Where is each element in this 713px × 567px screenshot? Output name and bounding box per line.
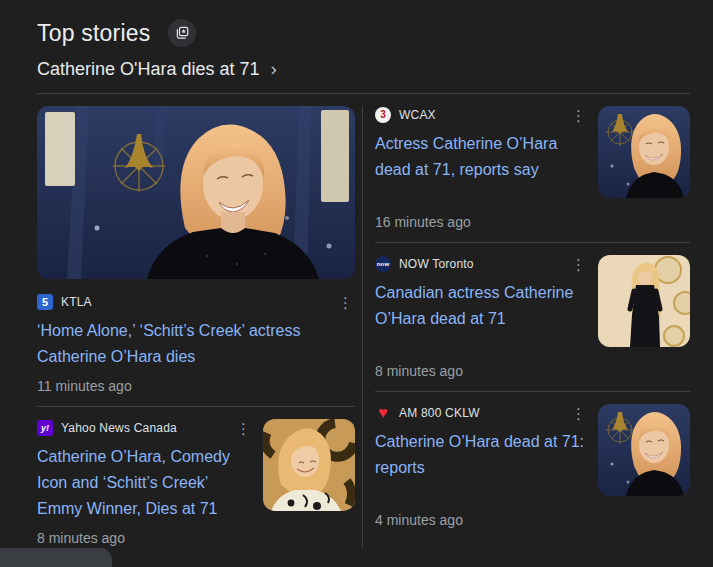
catherine-ohara-photo xyxy=(598,404,690,496)
story-headline[interactable]: Actress Catherine O’Hara dead at 71, rep… xyxy=(375,131,588,183)
source-row: ♥ AM 800 CKLW ⋮ xyxy=(375,404,588,422)
story-timestamp: 16 minutes ago xyxy=(375,214,690,230)
full-coverage-button[interactable] xyxy=(168,19,196,47)
story-thumbnail[interactable] xyxy=(598,106,690,198)
now-toronto-logo-icon: now xyxy=(375,256,391,272)
source-name: KTLA xyxy=(61,295,92,309)
more-options-icon[interactable]: ⋮ xyxy=(569,406,588,421)
cluster-title: Catherine O'Hara dies at 71 xyxy=(37,59,260,80)
story-timestamp: 11 minutes ago xyxy=(37,378,355,394)
story-timestamp: 8 minutes ago xyxy=(37,530,253,546)
header-divider xyxy=(37,93,690,94)
yahoo-logo-icon: y! xyxy=(37,420,53,436)
left-column: 5 KTLA ⋮ ‘Home Alone,’ ‘Schitt’s Creek’ … xyxy=(37,106,355,549)
more-options-icon[interactable]: ⋮ xyxy=(569,108,588,123)
top-stories-panel: Top stories Catherine O'Hara dies at 71 … xyxy=(0,0,713,549)
catherine-ohara-photo xyxy=(598,106,690,198)
column-divider xyxy=(362,106,363,549)
source-name: NOW Toronto xyxy=(399,257,474,271)
source-row: 3 WCAX ⋮ xyxy=(375,106,588,124)
stacked-cards-star-icon xyxy=(174,25,190,41)
story-headline[interactable]: ‘Home Alone,’ ‘Schitt’s Creek’ actress C… xyxy=(37,318,355,370)
more-options-icon[interactable]: ⋮ xyxy=(234,421,253,436)
story-thumbnail[interactable] xyxy=(263,419,355,511)
story-text: y! Yahoo News Canada ⋮ Catherine O’Hara,… xyxy=(37,419,253,546)
source-row: now NOW Toronto ⋮ xyxy=(375,255,588,273)
iheart-logo-icon: ♥ xyxy=(375,405,391,421)
story-thumbnail[interactable] xyxy=(598,255,690,347)
more-options-icon[interactable]: ⋮ xyxy=(336,295,355,310)
source-row: y! Yahoo News Canada ⋮ xyxy=(37,419,253,437)
more-news-button-partial[interactable] xyxy=(0,548,112,567)
story-headline[interactable]: Catherine O’Hara, Comedy Icon and ‘Schit… xyxy=(37,444,253,522)
story-headline[interactable]: Catherine O’Hara dead at 71: reports xyxy=(375,429,588,481)
story-thumbnail[interactable] xyxy=(598,404,690,496)
story-timestamp: 4 minutes ago xyxy=(375,512,690,528)
right-column: 3 WCAX ⋮ Actress Catherine O’Hara dead a… xyxy=(375,106,690,549)
page-title: Top stories xyxy=(37,20,150,47)
story-card: 3 WCAX ⋮ Actress Catherine O’Hara dead a… xyxy=(375,106,690,198)
story-headline[interactable]: Canadian actress Catherine O’Hara dead a… xyxy=(375,280,588,332)
story-block: 3 WCAX ⋮ Actress Catherine O’Hara dead a… xyxy=(375,106,690,243)
story-card: now NOW Toronto ⋮ Canadian actress Cathe… xyxy=(375,255,690,347)
stories-grid: 5 KTLA ⋮ ‘Home Alone,’ ‘Schitt’s Creek’ … xyxy=(37,106,690,549)
story-text: now NOW Toronto ⋮ Canadian actress Cathe… xyxy=(375,255,588,347)
story-text: ♥ AM 800 CKLW ⋮ Catherine O’Hara dead at… xyxy=(375,404,588,496)
story-cluster-link[interactable]: Catherine O'Hara dies at 71 › xyxy=(37,59,277,80)
story-card: y! Yahoo News Canada ⋮ Catherine O’Hara,… xyxy=(37,419,355,546)
story-timestamp: 8 minutes ago xyxy=(375,363,690,379)
story-divider xyxy=(375,391,690,392)
source-name: Yahoo News Canada xyxy=(61,421,177,435)
story-block: now NOW Toronto ⋮ Canadian actress Cathe… xyxy=(375,255,690,392)
source-row: 5 KTLA ⋮ xyxy=(37,293,355,311)
story-divider xyxy=(37,406,355,407)
wcax-logo-icon: 3 xyxy=(375,107,391,123)
catherine-ohara-photo xyxy=(263,419,355,511)
chevron-right-icon: › xyxy=(271,59,277,78)
top-stories-header: Top stories xyxy=(37,18,690,48)
ktla-logo-icon: 5 xyxy=(37,294,53,310)
source-name: AM 800 CKLW xyxy=(399,406,480,420)
more-options-icon[interactable]: ⋮ xyxy=(569,257,588,272)
story-card: ♥ AM 800 CKLW ⋮ Catherine O’Hara dead at… xyxy=(375,404,690,496)
story-block: ♥ AM 800 CKLW ⋮ Catherine O’Hara dead at… xyxy=(375,404,690,528)
catherine-ohara-photo xyxy=(598,255,690,347)
hero-story-image[interactable] xyxy=(37,106,355,279)
story-divider xyxy=(375,242,690,243)
source-name: WCAX xyxy=(399,108,436,122)
story-text: 3 WCAX ⋮ Actress Catherine O’Hara dead a… xyxy=(375,106,588,198)
catherine-ohara-photo xyxy=(37,106,355,279)
